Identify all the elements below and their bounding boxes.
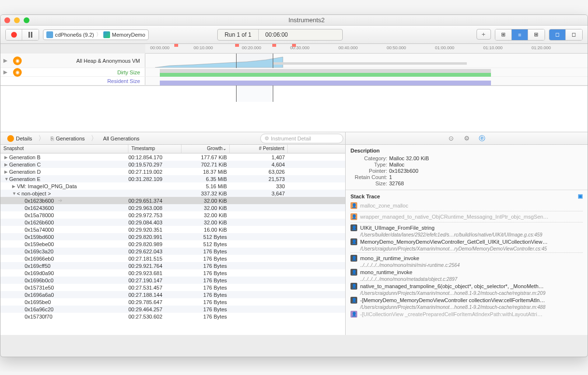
content-area: Snapshot Timestamp Growth⌄ # Persistent … (0, 145, 588, 335)
chevron-right-icon: 〉 (38, 134, 45, 143)
extended-detail-icon[interactable]: ⓔ (478, 135, 486, 142)
col-timestamp[interactable]: Timestamp (128, 145, 182, 153)
frame-icon: 👤 (350, 283, 357, 290)
desc-category: Malloc 32.00 KiB (389, 155, 429, 161)
frame-icon: 👤 (350, 202, 357, 209)
table-row[interactable]: 0x169c3a2000:29.622.043176 Bytes (0, 248, 345, 255)
table-row[interactable]: 0x1623b600➜00:29.651.37432.00 KiB (0, 197, 345, 204)
ruler-tick: 00:10.000 (194, 45, 213, 50)
timeline-ruler[interactable]: 00:00.000 00:10.000 00:20.000 00:30.000 … (145, 44, 588, 54)
table-row[interactable]: 0x15730f7000:27.530.602176 Bytes (0, 313, 345, 320)
table-header: Snapshot Timestamp Growth⌄ # Persistent (0, 145, 345, 153)
add-button[interactable]: ＋ (476, 29, 491, 40)
record-settings-icon[interactable]: ⊙ (448, 135, 455, 142)
disclosure-icon[interactable]: ▶ (3, 57, 7, 64)
table-row[interactable]: 0x169cff5000:29.921.764176 Bytes (0, 262, 345, 269)
col-growth[interactable]: Growth⌄ (182, 145, 230, 153)
stack-frame[interactable]: 👤MemoryDemo_MemoryDemoViewController_Get… (346, 237, 588, 246)
close-icon[interactable] (4, 17, 10, 23)
ruler-tick: 01:00.000 (435, 45, 454, 50)
zoom-icon[interactable] (24, 17, 29, 23)
col-snapshot[interactable]: Snapshot (0, 145, 128, 153)
table-body[interactable]: ▶Generation B00:12.854.170177.67 KiB1,40… (0, 153, 345, 335)
table-row[interactable]: 0x1695be000:29.785.647176 Bytes (0, 298, 345, 306)
list-view-button[interactable]: ≡ (512, 29, 528, 40)
breadcrumb-details[interactable]: Details (4, 135, 35, 142)
stack-frame[interactable]: 👤UIKit_UIImage_FromFile_string (346, 223, 588, 232)
pause-icon (28, 32, 32, 38)
stack-frame[interactable]: 👤malloc_zone_malloc (346, 201, 588, 210)
table-row[interactable]: 0x159ebe0000:29.820.989512 Bytes (0, 240, 345, 248)
pause-button[interactable] (22, 29, 39, 40)
track-label: Resident Size (107, 78, 140, 84)
desc-pointer: 0x1623b600 (389, 168, 419, 174)
ruler-tick: 00:00.000 (150, 45, 169, 50)
description-title: Description (350, 148, 583, 153)
table-row[interactable]: ▼Generation E00:31.282.1096.35 MiB21,573 (0, 175, 345, 182)
record-button[interactable] (6, 29, 22, 40)
track-heap[interactable]: ▶ ◉ All Heap & Anonymous VM (0, 54, 588, 68)
frame-icon: 👤 (350, 238, 357, 245)
toolbar: cdPhone6s (9.2) 〉 MemoryDemo Run 1 of 1 … (0, 26, 588, 44)
tracks: ▶ ◉ All Heap & Anonymous VM ▶ ◉ Dirty Si… (0, 54, 588, 86)
table-row[interactable]: 0x1696a6a000:27.188.144176 Bytes (0, 291, 345, 298)
stack-frame[interactable]: 👤mono_runtime_invoke (346, 268, 588, 277)
table-row[interactable]: 0x16a96c2000:29.464.257176 Bytes (0, 306, 345, 313)
grid-icon: ⊞ (534, 31, 538, 38)
plus-icon: ＋ (480, 30, 487, 39)
grid-view-button[interactable]: ⊞ (528, 29, 545, 40)
table-row[interactable]: 0x15a7800000:29.972.75332.00 KiB (0, 211, 345, 219)
disclosure-icon[interactable]: ▶ (3, 69, 7, 75)
panel-right-button[interactable]: ◻ (566, 29, 582, 40)
flag-icon[interactable] (235, 44, 239, 49)
breadcrumb-all[interactable]: All Generations (100, 136, 142, 141)
table-row[interactable]: ▼< non-object >337.32 KiB3,647 (0, 190, 345, 197)
table-row[interactable]: ▶Generation C00:19.570.297702.71 KiB4,60… (0, 161, 345, 168)
filter-icon: ⊜ (265, 135, 269, 141)
frame-icon: 👤 (350, 224, 357, 231)
stack-options-icon[interactable]: ▣ (578, 193, 583, 199)
flag-icon[interactable] (174, 44, 178, 49)
stack-frame[interactable]: 👤-[UICollectionView _createPreparedCellF… (346, 310, 588, 319)
table-row[interactable]: 0x1624360000:29.963.00832.00 KiB (0, 204, 345, 211)
display-settings-icon[interactable]: ⚙ (463, 135, 471, 142)
chevron-right-icon: 〉 (91, 134, 98, 143)
table-row[interactable]: 0x15731e5000:27.531.457176 Bytes (0, 284, 345, 291)
ruler-tick: 01:20.000 (532, 45, 551, 50)
stack-frame[interactable]: 👤native_to_managed_trampoline_6(objc_obj… (346, 282, 588, 291)
stack-frame[interactable]: 👤mono_jit_runtime_invoke (346, 254, 588, 263)
track-resident[interactable]: Resident Size (0, 77, 588, 85)
panel-right-icon: ◻ (572, 31, 576, 38)
breadcrumb-generations[interactable]: ⎘ Generations (48, 136, 88, 141)
table-row[interactable]: ▶Generation B00:12.854.170177.67 KiB1,40… (0, 153, 345, 161)
minimize-icon[interactable] (14, 17, 20, 23)
stack-trace-list: 👤malloc_zone_malloc👤wrapper_managed_to_n… (346, 201, 588, 319)
run-status-bar[interactable]: Run 1 of 1 00:06:00 (217, 29, 343, 41)
details-icon (7, 135, 14, 142)
target-selector[interactable]: cdPhone6s (9.2) 〉 MemoryDemo (43, 29, 149, 40)
table-row[interactable]: 0x1626b60000:29.084.40332.00 KiB (0, 219, 345, 226)
run-label: Run 1 of 1 (218, 31, 258, 38)
flag-icon[interactable] (272, 44, 276, 49)
table-row[interactable]: ▶VM: ImageIO_PNG_Data5.16 MiB330 (0, 182, 345, 190)
track-dirty[interactable]: ▶ ◉ Dirty Size (0, 68, 588, 77)
panel-left-button[interactable]: ◻ (549, 29, 566, 40)
stack-frame[interactable]: 👤wrapper_managed_to_native_ObjCRuntime_M… (346, 212, 588, 221)
table-row[interactable]: 0x159bd60000:29.820.991512 Bytes (0, 233, 345, 240)
device-name: cdPhone6s (9.2) (55, 32, 94, 38)
search-input[interactable]: ⊜ Instrument Detail (260, 134, 343, 143)
target-name: MemoryDemo (112, 32, 145, 38)
frame-icon: 👤 (350, 297, 357, 304)
ruler-tick: 01:10.000 (483, 45, 503, 50)
stack-frame[interactable]: 👤-[MemoryDemo_MemoryDemoViewController c… (346, 296, 588, 305)
strategy-button[interactable]: ⊞ (495, 29, 512, 40)
track-label: All Heap & Anonymous VM (76, 58, 140, 64)
run-time: 00:06:00 (259, 31, 295, 38)
table-row[interactable]: ▶Generation D00:27.119.00218.37 MiB63,02… (0, 168, 345, 175)
inspector-pane: Description Category:Malloc 32.00 KiB Ty… (345, 145, 588, 335)
col-persistent[interactable]: # Persistent (230, 145, 288, 153)
table-row[interactable]: 0x1696b0c000:27.190.147176 Bytes (0, 277, 345, 284)
table-row[interactable]: 0x15a7400000:29.920.35116.00 KiB (0, 226, 345, 233)
table-row[interactable]: 0x16966eb000:27.181.515176 Bytes (0, 255, 345, 262)
table-row[interactable]: 0x169d0a9000:29.923.681176 Bytes (0, 269, 345, 277)
